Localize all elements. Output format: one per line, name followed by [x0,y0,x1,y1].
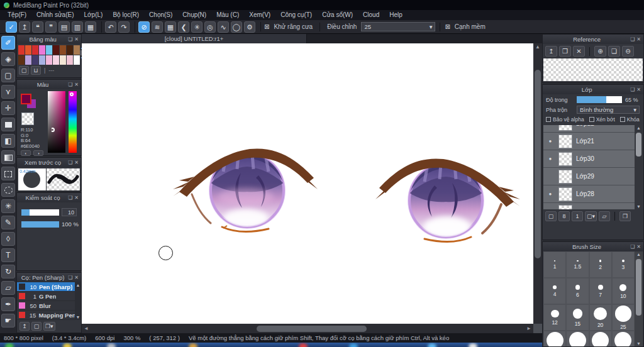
popout-icon[interactable]: ❏ [68,273,72,282]
snap-radial-icon[interactable]: ✳ [191,21,203,33]
scroll-down-icon[interactable]: ▼ [636,341,641,346]
color-swatch[interactable] [39,45,45,55]
brush-size-cell[interactable]: 4 [543,278,566,304]
layer-option[interactable]: Bảo vệ alpha [546,116,584,123]
color-swatch[interactable] [67,55,73,65]
material-grid-icon[interactable]: ▦ [85,21,96,33]
menu-chns[interactable]: Chọn(S) [144,10,177,20]
snap-vanishing-point-icon[interactable]: ❮ [178,21,189,33]
lasso-tool[interactable] [1,183,15,197]
close-icon[interactable]: ✕ [74,273,79,282]
brush-size-cell[interactable]: 1.5 [566,251,589,278]
snap-grid-icon[interactable]: ▦ [165,21,176,33]
popout-icon[interactable]: ❏ [68,158,72,167]
brush-size-cell[interactable]: 20 [589,304,612,331]
close-icon[interactable]: ✕ [74,80,79,89]
brush-size-cell[interactable] [589,331,612,346]
cloud-save-icon[interactable]: ✓ [6,21,17,33]
brush-list-item[interactable]: 1G Pen [17,292,75,301]
saturation-value-picker[interactable] [48,91,65,153]
gradient-tool[interactable] [1,150,15,164]
brush-size-cell[interactable]: 10 [612,278,635,304]
eraser-tool[interactable]: ◈ [1,52,15,66]
layer-row[interactable]: ●Lớp21 [543,133,635,150]
checkbox-icon[interactable] [589,117,594,122]
canvas-horizontal-scrollbar[interactable]: ◄ ► [82,324,533,333]
color-swatch[interactable] [53,55,59,65]
add-brush-button[interactable]: ▢ [31,322,42,331]
eyedropper-tool[interactable]: ✒ [1,297,15,311]
scroll-thumb[interactable] [636,259,641,316]
popout-icon[interactable]: ❏ [68,193,72,202]
zoom-out-button[interactable]: ⊖ [622,46,634,57]
layer-opacity-slider[interactable] [577,96,622,103]
select-pen-tool[interactable]: ✎ [1,216,15,229]
layer-option[interactable]: Xén bớt [589,116,615,123]
adjust-dropdown[interactable]: 25 ▾ [361,22,435,31]
add-layer-menu-button[interactable]: ▢▾ [585,211,597,221]
layer-folder-button[interactable]: ▱ [599,211,610,221]
scroll-thumb[interactable] [636,133,641,157]
menu-muc[interactable]: Màu (C) [211,10,244,20]
brush-size-cell[interactable]: 12 [543,304,566,331]
fit-view-button[interactable]: ❏ [608,46,620,57]
chat-icon[interactable]: ❞ [45,21,57,33]
import-reference-button[interactable]: ↥ [545,46,557,57]
snap-curve-icon[interactable]: ∿ [218,21,229,33]
brush-list-item[interactable]: 15Mapping Pen [17,311,75,320]
brush-size-value[interactable]: 10 [62,208,77,216]
popout-icon[interactable]: ❏ [68,80,72,89]
close-icon[interactable]: ✕ [636,242,641,251]
select-eraser-tool[interactable]: ◊ [1,232,15,246]
hue-slider[interactable] [69,91,77,153]
antialias-checkbox[interactable]: ⊠ [264,23,269,30]
visibility-icon[interactable]: ● [546,156,555,162]
snap-parallel-icon[interactable]: ≋ [152,21,163,33]
scroll-right-icon[interactable]: ► [525,326,533,331]
brush-list-item[interactable]: 10Pen (Sharp) [17,282,75,292]
brush-size-cell[interactable]: 6 [566,278,589,304]
layer-row[interactable]: ●Lớp30 [543,150,635,168]
cloud-brush-button[interactable]: ↥ [19,322,30,331]
export-icon[interactable]: ↥ [19,21,30,33]
menu-cngct[interactable]: Công cụ(T) [275,10,317,20]
comment-icon[interactable]: ❝ [32,21,43,33]
brush-size-cell[interactable]: 2 [589,251,612,278]
shape-brush-tool[interactable]: ▢ [1,69,15,82]
zoom-in-button[interactable]: ⊕ [594,46,606,57]
scroll-thumb[interactable] [535,70,541,258]
close-icon[interactable]: ✕ [74,158,79,167]
undo-icon[interactable]: ↶ [105,21,116,33]
popout-icon[interactable]: ❏ [630,242,635,251]
move-tool[interactable]: ✛ [1,101,15,115]
close-icon[interactable]: ✕ [74,193,79,202]
color-swatch[interactable] [25,45,31,55]
close-icon[interactable]: ✕ [74,35,79,44]
visibility-icon[interactable]: ● [546,191,555,197]
brush-menu-button[interactable]: ❐▾ [43,322,55,331]
duplicate-layer-button[interactable]: ❐ [619,211,631,221]
brush-size-cell[interactable]: 1 [543,251,566,278]
color-swatch[interactable] [46,45,52,55]
close-icon[interactable]: ✕ [636,85,641,94]
select-rect-tool[interactable] [1,167,15,180]
delete-color-button[interactable]: ⊔ [31,66,41,75]
color-swatch[interactable] [18,55,25,65]
scroll-thumb[interactable] [257,326,367,332]
add-8bit-layer-button[interactable]: 8 [558,211,570,221]
color-swatch[interactable] [32,55,38,65]
document-icon[interactable]: ▤ [58,21,70,33]
brush-size-slider[interactable] [21,209,59,216]
menu-tpf[interactable]: Tệp(F) [3,10,31,20]
brush-size-cell[interactable]: 25 [612,304,635,331]
layer-row[interactable]: ●Lớp22 [543,125,635,133]
color-bar-button[interactable]: ◑ [33,150,43,156]
brush-tool[interactable]: ✐ [1,36,15,50]
layer-row[interactable]: ● [543,203,635,209]
reference-image-area[interactable] [543,58,643,81]
color-swatch[interactable] [60,45,66,55]
transparent-color-swatch[interactable] [21,113,34,125]
checkbox-icon[interactable] [620,117,625,122]
brush-size-cell[interactable] [566,331,589,346]
menu-cloud[interactable]: Cloud [358,10,384,20]
